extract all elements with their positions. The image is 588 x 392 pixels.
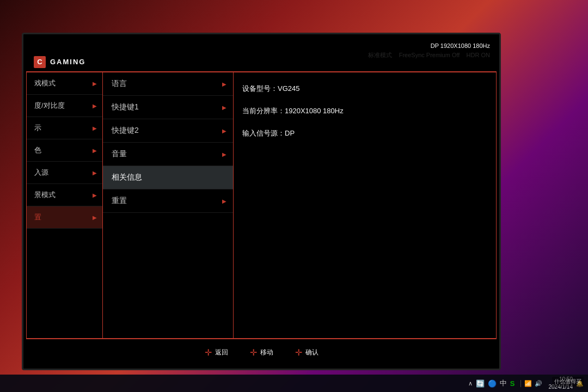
menu-item-info[interactable]: 相关信息 bbox=[103, 166, 233, 189]
wifi-icon[interactable]: 📶 bbox=[524, 380, 532, 387]
osd-info-panel: 设备型号：VG245 当前分辨率：1920X1080 180Hz 输入信号源：D… bbox=[234, 72, 496, 338]
nav-confirm[interactable]: ✛ 确认 bbox=[295, 347, 318, 358]
osd-menu-container: 戏模式 ▶ 度/对比度 ▶ 示 ▶ 色 ▶ 入源 ▶ bbox=[26, 72, 497, 339]
sidebar-item-input[interactable]: 入源 ▶ bbox=[27, 162, 102, 184]
osd-overlay: DP 1920X1080 180Hz 标准模式 FreeSync Premium… bbox=[26, 37, 497, 366]
nav-confirm-label: 确认 bbox=[305, 348, 318, 357]
sidebar-item-scene[interactable]: 景模式 ▶ bbox=[27, 184, 102, 206]
sidebar-label-brightness: 度/对比度 bbox=[34, 101, 65, 111]
taskbar-icon-blue[interactable]: 🔵 bbox=[488, 379, 497, 388]
brand-text: GAMING bbox=[50, 58, 85, 66]
menu-label-shortcut2: 快捷键2 bbox=[112, 126, 139, 136]
taskbar-system-icons: 📶 🔊 bbox=[520, 380, 542, 387]
arrow-icon: ▶ bbox=[222, 198, 226, 204]
sidebar-label-scene: 景模式 bbox=[34, 190, 56, 200]
taskbar: ∧ 🔄 🔵 中 S 📶 🔊 10:50 2024/1/14 🔔 bbox=[0, 375, 588, 392]
menu-item-shortcut1[interactable]: 快捷键1 ▶ bbox=[103, 96, 233, 119]
show-hidden-button[interactable]: ∧ bbox=[468, 380, 473, 387]
nav-confirm-icon: ✛ bbox=[295, 347, 302, 358]
nav-move[interactable]: ✛ 移动 bbox=[250, 347, 273, 358]
menu-item-language[interactable]: 语言 ▶ bbox=[103, 72, 233, 96]
menu-label-reset: 重置 bbox=[112, 196, 127, 206]
taskbar-icon-chinese[interactable]: 中 bbox=[500, 378, 507, 388]
arrow-icon: ▶ bbox=[222, 151, 226, 157]
info-model: 设备型号：VG245 bbox=[242, 83, 487, 95]
arrow-icon: ▶ bbox=[93, 192, 97, 198]
arrow-icon: ▶ bbox=[93, 103, 97, 109]
nav-back-icon: ✛ bbox=[205, 347, 212, 358]
menu-label-language: 语言 bbox=[112, 79, 127, 89]
nav-move-label: 移动 bbox=[260, 348, 273, 357]
arrow-icon: ▶ bbox=[93, 125, 97, 131]
sidebar-item-game-mode[interactable]: 戏模式 ▶ bbox=[27, 72, 102, 95]
osd-brand-header: C GAMING bbox=[26, 52, 497, 72]
sidebar-label-settings: 置 bbox=[34, 212, 41, 222]
info-resolution: 当前分辨率：1920X1080 180Hz bbox=[242, 106, 487, 117]
status-resolution: DP 1920X1080 180Hz bbox=[431, 41, 490, 51]
sidebar-item-display[interactable]: 示 ▶ bbox=[27, 117, 102, 139]
menu-label-shortcut1: 快捷键1 bbox=[112, 102, 139, 112]
watermark: 什么值得买 bbox=[552, 377, 584, 387]
sidebar-item-settings[interactable]: 置 ▶ bbox=[27, 206, 102, 229]
osd-sidebar: 戏模式 ▶ 度/对比度 ▶ 示 ▶ 色 ▶ 入源 ▶ bbox=[27, 72, 103, 338]
arrow-icon: ▶ bbox=[93, 81, 97, 87]
menu-label-info: 相关信息 bbox=[112, 173, 142, 182]
sidebar-label-display: 示 bbox=[34, 123, 41, 133]
nav-back-label: 返回 bbox=[215, 348, 228, 357]
nav-move-icon: ✛ bbox=[250, 347, 257, 358]
brand-logo: C bbox=[34, 56, 46, 68]
sidebar-item-brightness[interactable]: 度/对比度 ▶ bbox=[27, 95, 102, 117]
arrow-icon: ▶ bbox=[222, 128, 226, 134]
sidebar-label-color: 色 bbox=[34, 145, 41, 155]
menu-item-volume[interactable]: 音量 ▶ bbox=[103, 143, 233, 166]
sidebar-item-color[interactable]: 色 ▶ bbox=[27, 139, 102, 162]
arrow-icon: ▶ bbox=[222, 81, 226, 87]
volume-icon[interactable]: 🔊 bbox=[535, 380, 542, 387]
menu-label-volume: 音量 bbox=[112, 149, 127, 159]
taskbar-icon-s[interactable]: S bbox=[510, 379, 515, 388]
sidebar-label-input: 入源 bbox=[34, 168, 48, 177]
arrow-icon: ▶ bbox=[93, 148, 97, 154]
monitor-screen: DP 1920X1080 180Hz 标准模式 FreeSync Premium… bbox=[26, 37, 497, 366]
arrow-icon: ▶ bbox=[93, 215, 97, 220]
sidebar-label-game-mode: 戏模式 bbox=[34, 78, 56, 88]
osd-middle-menu: 语言 ▶ 快捷键1 ▶ 快捷键2 ▶ 音量 ▶ 相关信息 bbox=[103, 72, 234, 338]
nav-back[interactable]: ✛ 返回 bbox=[205, 347, 228, 358]
menu-item-reset[interactable]: 重置 ▶ bbox=[103, 189, 233, 213]
taskbar-icon-sync[interactable]: 🔄 bbox=[476, 379, 485, 388]
menu-item-shortcut2[interactable]: 快捷键2 ▶ bbox=[103, 119, 233, 143]
osd-nav-bar: ✛ 返回 ✛ 移动 ✛ 确认 bbox=[26, 339, 497, 366]
info-input: 输入信号源：DP bbox=[242, 128, 487, 139]
arrow-icon: ▶ bbox=[222, 105, 226, 111]
arrow-icon: ▶ bbox=[93, 170, 97, 176]
